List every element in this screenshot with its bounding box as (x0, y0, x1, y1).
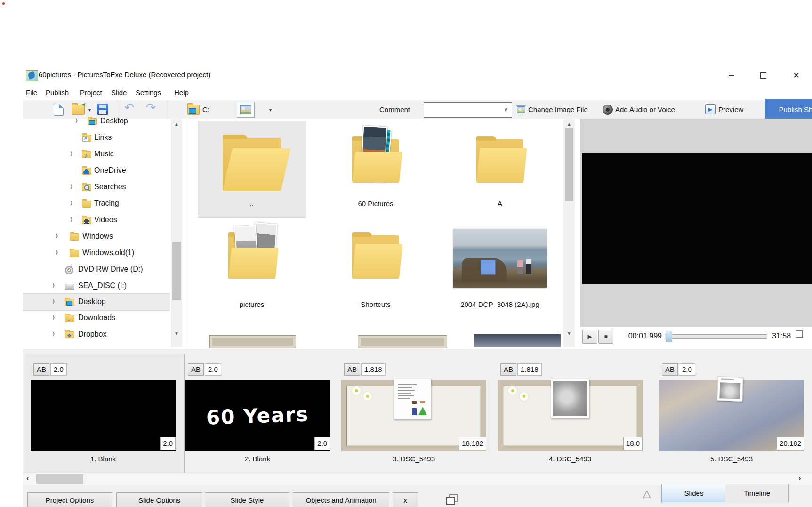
close-button[interactable]: ✕ (785, 66, 807, 85)
chevron-right-icon[interactable]: › (56, 229, 58, 242)
slide-duration-badge[interactable]: 18.0 (623, 437, 643, 450)
tree-item-downloads[interactable]: › ↓ Downloads (23, 310, 170, 326)
tree-scrollbar-thumb[interactable] (172, 242, 181, 300)
maximize-button[interactable] (752, 66, 774, 85)
ab-transition-button[interactable]: AB (344, 363, 360, 376)
menu-publish[interactable]: Publish (46, 89, 69, 97)
tree-item-windows[interactable]: › Windows (23, 228, 170, 245)
tree-item-videos[interactable]: › Videos (23, 212, 170, 228)
slide-thumbnail[interactable]: 60 Years (185, 380, 330, 451)
project-options-button[interactable]: Project Options (27, 492, 112, 507)
partial-frame-item[interactable] (358, 335, 447, 348)
change-image-label[interactable]: Change Image File (528, 105, 588, 113)
seek-slider[interactable] (665, 334, 767, 339)
drive-folder-icon[interactable] (187, 105, 200, 115)
transition-time[interactable]: 2.0 (679, 363, 695, 376)
transition-time[interactable]: 1.818 (517, 363, 542, 376)
partial-frame-item[interactable] (209, 335, 296, 348)
ab-transition-button[interactable]: AB (500, 363, 516, 376)
slide-item-4[interactable]: AB 1.818 18.0 4. DSC_5493 (498, 354, 643, 472)
hscroll-right-icon[interactable]: › (798, 474, 801, 483)
slide-item-1[interactable]: AB 2.0 2.0 1. Blank (31, 354, 176, 472)
slide-item-3[interactable]: AB 1.818 18.182 3. DSC_5493 (341, 354, 486, 472)
tree-item-desktop-selected[interactable]: › Desktop (23, 293, 170, 311)
objects-animation-button[interactable]: Objects and Animation (293, 492, 389, 507)
undo-icon[interactable]: ↶ (124, 101, 134, 114)
publish-show-button[interactable]: Publish Show (765, 99, 812, 120)
slide-duration-badge[interactable]: 2.0 (314, 437, 330, 450)
tab-slides[interactable]: Slides (661, 484, 726, 502)
chevron-right-icon[interactable]: › (52, 327, 55, 340)
minimize-button[interactable] (720, 66, 742, 85)
chevron-right-icon[interactable]: › (75, 114, 78, 127)
seek-slider-handle[interactable] (666, 331, 672, 342)
image-view-caret[interactable]: ▾ (269, 107, 272, 113)
chevron-right-icon[interactable]: › (70, 180, 72, 193)
menu-project[interactable]: Project (80, 89, 102, 97)
slide-style-button[interactable]: Slide Style (205, 492, 289, 507)
open-dropdown-caret[interactable]: ▾ (88, 107, 91, 113)
tree-item-tracing[interactable]: › Tracing (23, 195, 170, 212)
tree-item-sea-disc[interactable]: › SEA_DISC (I:) (23, 278, 170, 294)
chevron-right-icon[interactable]: › (70, 213, 72, 225)
chevron-right-icon[interactable]: › (52, 311, 55, 323)
hscroll-thumb[interactable] (36, 474, 83, 484)
chevron-right-icon[interactable]: › (56, 246, 58, 258)
image-view-button[interactable] (237, 102, 255, 118)
stop-button[interactable]: ■ (598, 330, 613, 344)
slide-duration-badge[interactable]: 18.182 (459, 437, 486, 450)
slide-item-2[interactable]: AB 2.0 60 Years 2.0 2. Blank (185, 354, 330, 472)
chevron-right-icon[interactable]: › (52, 295, 55, 307)
tree-item-music[interactable]: › ♪ Music (23, 146, 170, 162)
redo-icon[interactable]: ↷ (146, 101, 156, 114)
tree-item-windows-old[interactable]: › Windows.old(1) (23, 245, 170, 261)
slide-duration-badge[interactable]: 20.182 (777, 437, 804, 450)
scroll-up-icon[interactable]: ▲ (563, 121, 575, 127)
chevron-right-icon[interactable]: › (70, 147, 72, 160)
cascade-windows-icon[interactable] (446, 494, 458, 504)
menu-file[interactable]: File (26, 89, 37, 97)
play-button[interactable]: ▶ (582, 330, 597, 344)
comment-combobox[interactable]: ∨ (424, 102, 512, 118)
menu-slide[interactable]: Slide (111, 89, 127, 97)
transition-time[interactable]: 2.0 (50, 363, 67, 376)
slide-options-button[interactable]: Slide Options (116, 492, 202, 507)
add-audio-icon[interactable] (603, 105, 613, 115)
x-button[interactable]: x (393, 492, 418, 507)
files-scrollbar-thumb[interactable] (565, 128, 573, 201)
tree-item-onedrive[interactable]: OneDrive (23, 162, 170, 179)
hscroll-left-icon[interactable]: ‹ (26, 474, 29, 483)
preview-icon[interactable]: ▶ (705, 104, 716, 114)
slide-thumbnail[interactable] (498, 380, 643, 451)
fullscreen-icon[interactable] (796, 330, 803, 338)
ab-transition-button[interactable]: AB (33, 363, 49, 376)
add-audio-label[interactable]: Add Audio or Voice (615, 105, 675, 113)
slide-thumbnail[interactable] (31, 380, 176, 451)
drive-label[interactable]: C: (202, 105, 209, 113)
tree-item-links[interactable]: ↗ Links (23, 129, 170, 146)
scroll-down-icon[interactable]: ▼ (171, 331, 182, 336)
ab-transition-button[interactable]: AB (662, 363, 678, 376)
chevron-right-icon[interactable]: › (52, 279, 55, 291)
menu-help[interactable]: Help (174, 89, 189, 97)
scroll-up-icon[interactable]: ▲ (171, 121, 182, 127)
tree-item-searches[interactable]: › Searches (23, 179, 170, 195)
tree-scrollbar[interactable] (171, 119, 182, 347)
tab-timeline[interactable]: Timeline (725, 484, 789, 502)
transition-time[interactable]: 1.818 (361, 363, 386, 376)
folder-icon[interactable] (223, 138, 281, 191)
slide-item-5[interactable]: AB 2.0 20.182 5. DSC_5493 (659, 354, 804, 472)
preview-label[interactable]: Preview (718, 105, 743, 113)
tree-item-dvd-drive[interactable]: DVD RW Drive (D:) (23, 261, 170, 278)
file-tile-jpg[interactable] (453, 229, 547, 288)
menu-settings[interactable]: Settings (136, 89, 161, 97)
chevron-right-icon[interactable]: › (70, 196, 72, 209)
ab-transition-button[interactable]: AB (188, 363, 204, 376)
partial-image-item[interactable] (474, 334, 561, 347)
transition-time[interactable]: 2.0 (205, 363, 221, 376)
slide-duration-badge[interactable]: 2.0 (160, 437, 176, 450)
tree-item-dropbox[interactable]: › ❖ Dropbox (23, 326, 170, 343)
tree-item-desktop-user[interactable]: › Desktop (23, 113, 170, 129)
scroll-down-icon[interactable]: ▼ (563, 331, 575, 336)
change-image-icon[interactable] (516, 105, 526, 114)
